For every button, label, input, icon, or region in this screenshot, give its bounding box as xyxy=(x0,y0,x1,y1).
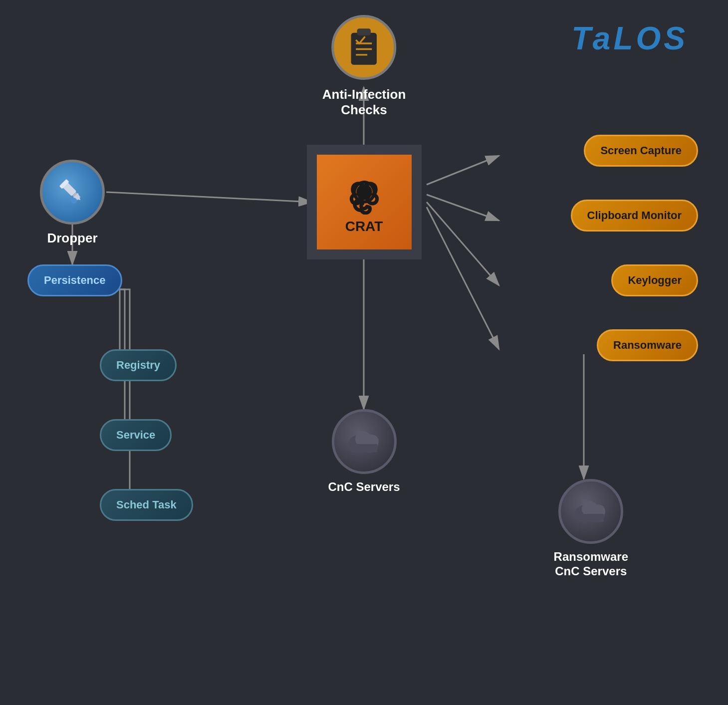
keylogger-node: Keylogger xyxy=(611,264,698,296)
talos-logo-text: TaLOS xyxy=(571,20,688,56)
dropper-circle xyxy=(40,160,105,225)
clipboard-monitor-pill: Clipboard Monitor xyxy=(571,200,698,232)
screen-capture-node: Screen Capture xyxy=(584,135,698,167)
svg-rect-34 xyxy=(578,514,604,522)
anti-infection-node: Anti-InfectionChecks xyxy=(322,15,406,118)
ransomware-pill: Ransomware xyxy=(597,329,698,361)
sched-task-pill: Sched Task xyxy=(100,489,193,521)
ransomware-node: Ransomware xyxy=(597,329,698,361)
screen-capture-pill: Screen Capture xyxy=(584,135,698,167)
ransomware-cnc-node: RansomwareCnC Servers xyxy=(554,479,628,579)
persistence-node: Persistence xyxy=(27,264,122,296)
biohazard-icon xyxy=(342,170,387,215)
ransomware-cnc-cloud-icon xyxy=(571,496,611,526)
svg-line-2 xyxy=(106,192,312,202)
clipboard-icon xyxy=(347,27,382,67)
svg-line-4 xyxy=(427,156,499,185)
service-pill: Service xyxy=(100,419,172,451)
dropper-label: Dropper xyxy=(47,231,97,246)
anti-infection-label: Anti-InfectionChecks xyxy=(322,87,406,118)
crat-label: CRAT xyxy=(345,219,383,235)
crat-inner: CRAT xyxy=(317,155,412,249)
sched-task-node: Sched Task xyxy=(100,489,193,521)
svg-rect-29 xyxy=(351,444,377,452)
svg-line-6 xyxy=(427,202,499,285)
svg-line-5 xyxy=(427,195,499,221)
anti-infection-circle xyxy=(332,15,397,80)
ransomware-cnc-circle xyxy=(558,479,623,544)
cnc-circle xyxy=(331,409,396,474)
dropper-icon xyxy=(55,175,90,210)
svg-point-24 xyxy=(71,198,77,204)
talos-logo: TaLOS xyxy=(571,20,688,57)
crat-node: CRAT xyxy=(307,145,422,259)
svg-point-18 xyxy=(360,189,367,196)
service-node: Service xyxy=(100,419,172,451)
persistence-pill: Persistence xyxy=(27,264,122,296)
ransomware-cnc-label: RansomwareCnC Servers xyxy=(554,550,628,579)
clipboard-monitor-node: Clipboard Monitor xyxy=(571,200,698,232)
keylogger-pill: Keylogger xyxy=(611,264,698,296)
cnc-cloud-icon xyxy=(344,427,384,457)
cnc-servers-node: CnC Servers xyxy=(328,409,400,494)
dropper-node: Dropper xyxy=(40,160,105,246)
registry-pill: Registry xyxy=(100,349,177,381)
svg-line-7 xyxy=(427,207,499,349)
svg-rect-13 xyxy=(357,28,371,35)
cnc-label: CnC Servers xyxy=(328,480,400,494)
registry-node: Registry xyxy=(100,349,177,381)
